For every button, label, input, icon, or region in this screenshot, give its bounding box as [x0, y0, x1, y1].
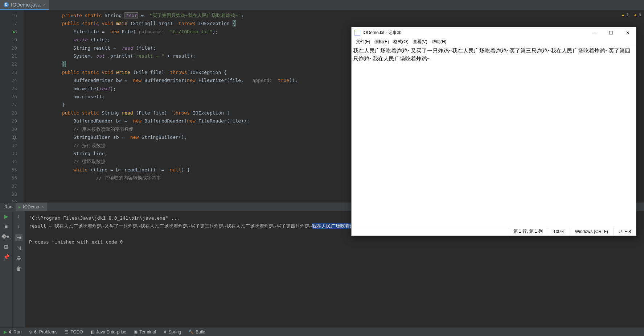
inspection-summary[interactable]: ▲ 1 ▲ 5: [621, 12, 641, 17]
status-zoom: 100%: [548, 227, 570, 236]
notepad-text-area[interactable]: 我在人民广场吃着炸鸡~又买了一只炸鸡~我在人民广场吃着炸鸡~买了第三只炸鸡~我在…: [352, 46, 636, 227]
tool-todo[interactable]: ☰TODO: [61, 329, 86, 335]
menu-file[interactable]: 文件(F): [354, 39, 372, 45]
trash-icon[interactable]: 🗑: [16, 266, 21, 271]
status-eol: Windows (CRLF): [570, 227, 613, 236]
run-config-tab[interactable]: ▸ IODemo ×: [16, 203, 47, 211]
tool-problems[interactable]: ⊘6: Problems: [25, 329, 61, 335]
tool-build[interactable]: 🔨Build: [185, 329, 209, 335]
close-icon[interactable]: ×: [43, 2, 46, 7]
layout-icon[interactable]: ⊞: [4, 244, 8, 250]
status-encoding: UTF-8: [613, 227, 636, 236]
menu-help[interactable]: 帮助(H): [430, 39, 448, 45]
scroll-icon[interactable]: ⇲: [17, 245, 21, 251]
notepad-menu-bar: 文件(F) 编辑(E) 格式(O) 查看(V) 帮助(H): [352, 38, 636, 46]
close-button[interactable]: ✕: [619, 27, 636, 38]
warning-icon: ▲ 1: [621, 12, 629, 17]
tool-java-enterprise[interactable]: ◧Java Enterprise: [87, 329, 130, 335]
pin-icon[interactable]: 📌: [3, 254, 9, 260]
status-position: 第 1 行, 第 1 列: [508, 227, 548, 236]
notepad-title-bar[interactable]: IODemo.txt - 记事本 ─ ☐ ✕: [352, 27, 636, 38]
run-config-icon: ▸: [19, 204, 21, 210]
up-icon[interactable]: ↑: [17, 213, 20, 219]
bottom-tool-bar: ▶4: Run ⊘6: Problems ☰TODO ◧Java Enterpr…: [0, 327, 644, 336]
debug-icon[interactable]: �».: [1, 234, 11, 240]
run-config-name: IODemo: [23, 204, 39, 210]
notepad-title: IODemo.txt - 记事本: [362, 30, 401, 36]
editor-tabs: C IODemo.java ×: [0, 0, 644, 10]
minimize-button[interactable]: ─: [586, 27, 603, 38]
menu-edit[interactable]: 编辑(E): [373, 39, 390, 45]
java-class-icon: C: [4, 2, 9, 7]
maximize-button[interactable]: ☐: [603, 27, 619, 38]
close-icon[interactable]: ×: [41, 204, 44, 210]
tool-run[interactable]: ▶4: Run: [0, 329, 25, 335]
notepad-app-icon: [354, 30, 360, 36]
line-gutter: 161718 ▶19202122232425262728293031 @3233…: [0, 10, 24, 202]
tool-spring[interactable]: ❋Spring: [160, 329, 185, 335]
run-label: Run:: [2, 204, 16, 210]
run-toolbar-console: ↑ ↓ ⇥ ⇲ 🖶 🗑: [12, 211, 25, 327]
tool-terminal[interactable]: ▣Terminal: [130, 329, 159, 335]
notepad-window: IODemo.txt - 记事本 ─ ☐ ✕ 文件(F) 编辑(E) 格式(O)…: [351, 27, 636, 236]
menu-view[interactable]: 查看(V): [411, 39, 429, 45]
down-icon[interactable]: ↓: [17, 224, 20, 229]
wrap-icon[interactable]: ⇥: [15, 234, 22, 241]
weak-warning-icon: ▲ 5: [633, 12, 641, 17]
rerun-icon[interactable]: ▶: [4, 213, 8, 219]
stop-icon[interactable]: ■: [5, 224, 8, 229]
notepad-status-bar: 第 1 行, 第 1 列 100% Windows (CRLF) UTF-8: [352, 227, 636, 236]
run-toolbar-left: ▶ ■ �». ⊞ 📌: [0, 211, 12, 327]
menu-format[interactable]: 格式(O): [392, 39, 410, 45]
tab-filename: IODemo.java: [11, 2, 41, 8]
print-icon[interactable]: 🖶: [16, 256, 21, 261]
tab-iodemo[interactable]: C IODemo.java ×: [0, 0, 49, 10]
